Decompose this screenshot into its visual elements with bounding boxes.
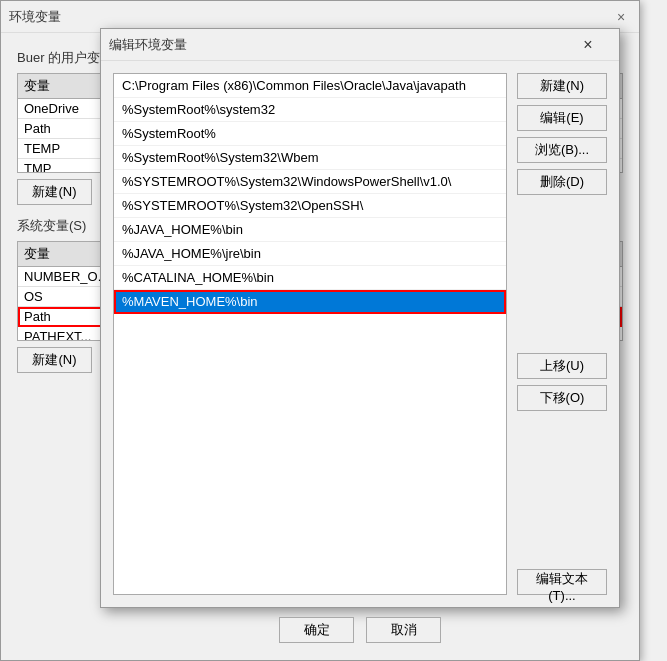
path-item-selected[interactable]: %MAVEN_HOME%\bin [114,290,506,314]
edit-dialog-title: 编辑环境变量 [109,36,187,54]
move-up-button[interactable]: 上移(U) [517,353,607,379]
edit-text-button[interactable]: 编辑文本(T)... [517,569,607,595]
paths-list[interactable]: C:\Program Files (x86)\Common Files\Orac… [113,73,507,595]
edit-env-dialog: 编辑环境变量 × C:\Program Files (x86)\Common F… [100,28,620,608]
edit-dialog-action-buttons: 新建(N) 编辑(E) 浏览(B)... 删除(D) 上移(U) 下移(O) 编… [517,73,607,595]
path-item[interactable]: C:\Program Files (x86)\Common Files\Orac… [114,74,506,98]
spacer [517,201,607,347]
edit-dialog-body: C:\Program Files (x86)\Common Files\Orac… [101,61,619,607]
sys-new-button[interactable]: 新建(N) [17,347,92,373]
path-item[interactable]: %SystemRoot% [114,122,506,146]
edit-dialog-close-button[interactable]: × [565,30,611,60]
user-new-button[interactable]: 新建(N) [17,179,92,205]
edit-dialog-bottom-buttons: 确定 取消 [101,607,619,655]
env-window-title: 环境变量 [9,8,61,26]
path-item[interactable]: %CATALINA_HOME%\bin [114,266,506,290]
path-item[interactable]: %SYSTEMROOT%\System32\OpenSSH\ [114,194,506,218]
browse-path-button[interactable]: 浏览(B)... [517,137,607,163]
move-down-button[interactable]: 下移(O) [517,385,607,411]
edit-path-button[interactable]: 编辑(E) [517,105,607,131]
path-item[interactable]: %SYSTEMROOT%\System32\WindowsPowerShell\… [114,170,506,194]
path-item[interactable]: %JAVA_HOME%\bin [114,218,506,242]
delete-path-button[interactable]: 删除(D) [517,169,607,195]
env-window-close-icon[interactable]: × [611,7,631,27]
new-path-button[interactable]: 新建(N) [517,73,607,99]
path-item[interactable]: %SystemRoot%\system32 [114,98,506,122]
path-item[interactable]: %JAVA_HOME%\jre\bin [114,242,506,266]
edit-dialog-cancel-button[interactable]: 取消 [366,617,441,643]
path-item[interactable]: %SystemRoot%\System32\Wbem [114,146,506,170]
spacer [517,417,607,563]
edit-dialog-title-bar: 编辑环境变量 × [101,29,619,61]
edit-dialog-ok-button[interactable]: 确定 [279,617,354,643]
